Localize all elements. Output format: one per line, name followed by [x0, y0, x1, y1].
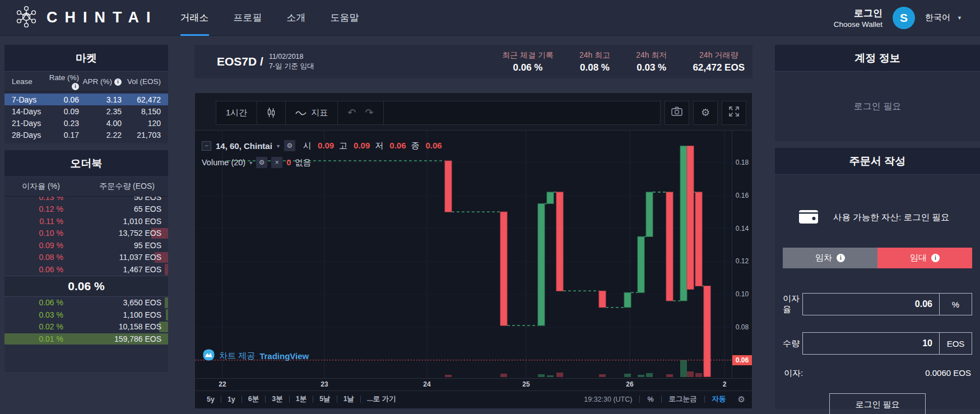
orderbook-bid-row[interactable]: 0.01 %159,786 EOS: [4, 333, 168, 345]
undo-icon[interactable]: ↶: [347, 106, 356, 119]
study-close-icon[interactable]: ×: [271, 157, 282, 168]
wallet-icon: [798, 207, 819, 227]
series-settings-icon[interactable]: ⚙: [284, 140, 295, 151]
range-button-4[interactable]: 1분: [291, 394, 312, 404]
range-button-1[interactable]: 1y: [222, 396, 240, 403]
study-settings-icon[interactable]: ⚙: [256, 157, 267, 168]
scale-option[interactable]: 로그눈금: [663, 394, 703, 404]
tradingview-attribution[interactable]: 차트 제공 TradingView: [203, 349, 309, 362]
market-row[interactable]: 7-Days0.063.1362,472: [4, 94, 168, 105]
market-date: 11/02/2018: [269, 52, 314, 62]
range-button-7[interactable]: ...로 가기: [362, 394, 401, 404]
quantity-input[interactable]: [803, 333, 939, 354]
collapse-legend-icon[interactable]: −: [202, 141, 211, 151]
market-rate: 0.09: [44, 107, 79, 116]
stat-value: 0.08 %: [580, 62, 610, 73]
series-caret-icon[interactable]: ▾: [277, 143, 280, 149]
login-subtitle: Choose Wallet: [834, 20, 883, 29]
chart-area: 0.180.160.140.120.100.080.06 − 14, 60, C…: [195, 131, 752, 378]
market-apr: 4.00: [79, 119, 122, 128]
tab-borrow[interactable]: 임차 i: [783, 248, 877, 268]
chart-style-button[interactable]: [257, 101, 286, 125]
interval-button[interactable]: 1시간: [216, 101, 257, 125]
study-value: 0: [286, 158, 291, 167]
nav-item-0[interactable]: 거래소: [180, 0, 209, 36]
price-axis-label: 0.18: [732, 157, 752, 168]
market-row[interactable]: 21-Days0.234.00120: [4, 117, 168, 129]
orderbook-bid-row[interactable]: 0.06 %3,650 EOS: [4, 297, 168, 309]
range-button-6[interactable]: 1날: [338, 394, 359, 404]
separator: [661, 396, 662, 403]
market-rate: 0.06: [44, 95, 79, 104]
orderbook-ask-row[interactable]: 0.11 %1,010 EOS: [4, 215, 168, 227]
range-button-5[interactable]: 5날: [314, 394, 335, 404]
login-button[interactable]: 로그인 Choose Wallet: [834, 7, 883, 29]
nav-item-2[interactable]: 소개: [287, 0, 306, 36]
range-button-3[interactable]: 3분: [267, 394, 287, 404]
screenshot-button[interactable]: [665, 101, 689, 125]
market-vol: 62,472: [122, 95, 168, 104]
order-rate: 0.12 %: [4, 204, 63, 213]
orderbook-ask-row[interactable]: 0.13 %50 EOS: [4, 197, 168, 203]
language-selector[interactable]: 한국어 ▼: [925, 12, 965, 23]
time-axis-label: 22: [219, 380, 226, 388]
time-axis[interactable]: 22232425262: [195, 378, 752, 390]
orderbook-ask-row[interactable]: 0.12 %65 EOS: [4, 203, 168, 216]
scale-option[interactable]: 자동: [706, 394, 732, 404]
scatter-initial: S: [900, 11, 908, 25]
range-button-0[interactable]: 5y: [202, 396, 220, 403]
rate-label: 이자율: [783, 294, 802, 315]
orderbook-ask-row[interactable]: 0.08 %11,037 EOS: [4, 252, 168, 264]
axis-settings-gear-icon[interactable]: ⚙: [738, 394, 745, 404]
borrow-info-icon[interactable]: i: [837, 254, 845, 262]
nav-item-1[interactable]: 프로필: [234, 0, 262, 36]
price-axis-label: 0.14: [732, 224, 752, 234]
mid-price: 0.06 %: [4, 276, 168, 297]
orderbook-ask-row[interactable]: 0.09 %95 EOS: [4, 239, 168, 252]
market-vol: 120: [122, 119, 168, 128]
orderbook-ask-row[interactable]: 0.06 %1,467 EOS: [4, 263, 168, 276]
stat-1: 24h 최고0.08 %: [579, 50, 610, 73]
redo-icon[interactable]: ↷: [365, 106, 373, 119]
tab-lend[interactable]: 임대 i: [877, 248, 972, 268]
ohlc-label: 시: [303, 141, 312, 151]
time-axis-label: 25: [522, 380, 530, 388]
settings-button[interactable]: ⚙: [693, 101, 718, 125]
quantity-label: 수량: [783, 338, 802, 349]
stat-3: 24h 거래량62,472 EOS: [693, 50, 745, 73]
rate-info-icon[interactable]: i: [72, 83, 79, 90]
scatter-wallet-icon[interactable]: S: [893, 7, 915, 29]
order-rate: 0.13 %: [4, 197, 63, 202]
bottom-toolbar-right: 19:32:30 (UTC) %로그눈금자동 ⚙: [578, 394, 745, 404]
nav-item-3[interactable]: 도움말: [331, 0, 359, 36]
order-amount: 159,786 EOS: [63, 334, 168, 343]
col-lease: Lease: [4, 77, 44, 86]
lend-info-icon[interactable]: i: [931, 254, 940, 262]
range-button-2[interactable]: 6분: [243, 394, 264, 404]
study-caret-icon[interactable]: ▾: [249, 160, 252, 166]
market-row[interactable]: 14-Days0.092.358,150: [4, 105, 168, 117]
study-name[interactable]: Volume (20): [202, 158, 245, 167]
submit-order-button[interactable]: 로그인 필요: [829, 393, 926, 414]
range-buttons: 5y1y6분3분1분5날1날...로 가기: [202, 394, 401, 404]
market-vol: 8,150: [122, 107, 168, 116]
clock-label[interactable]: 19:32:30 (UTC): [578, 396, 638, 403]
series-name[interactable]: 14, 60, Chintai: [216, 141, 272, 151]
scale-option[interactable]: %: [641, 396, 659, 403]
market-panel: 마켓 Lease Rate (%)i APR (%)i Vol (EOS) 7-…: [4, 45, 168, 143]
price-axis[interactable]: 0.180.160.140.120.100.080.06: [732, 131, 752, 378]
stat-label: 최근 체결 기록: [502, 50, 554, 61]
orderbook-bid-row[interactable]: 0.03 %1,100 EOS: [4, 309, 168, 321]
orderbook-bid-row[interactable]: 0.02 %10,158 EOS: [4, 321, 168, 333]
orderbook-ask-row[interactable]: 0.10 %13,752 EOS: [4, 227, 168, 240]
account-panel: 계정 정보 로그인 필요: [775, 45, 980, 141]
market-row[interactable]: 28-Days0.172.2221,703: [4, 129, 168, 141]
tradingview-logo-icon: [203, 349, 215, 362]
order-rate: 0.02 %: [4, 322, 63, 331]
market-lease: 7-Days: [4, 95, 44, 104]
fullscreen-button[interactable]: [722, 101, 746, 125]
apr-info-icon[interactable]: i: [114, 78, 122, 86]
indicators-button[interactable]: 지표: [285, 101, 338, 125]
brand-logo[interactable]: CHINTAI: [15, 5, 158, 31]
rate-input[interactable]: [803, 294, 939, 315]
